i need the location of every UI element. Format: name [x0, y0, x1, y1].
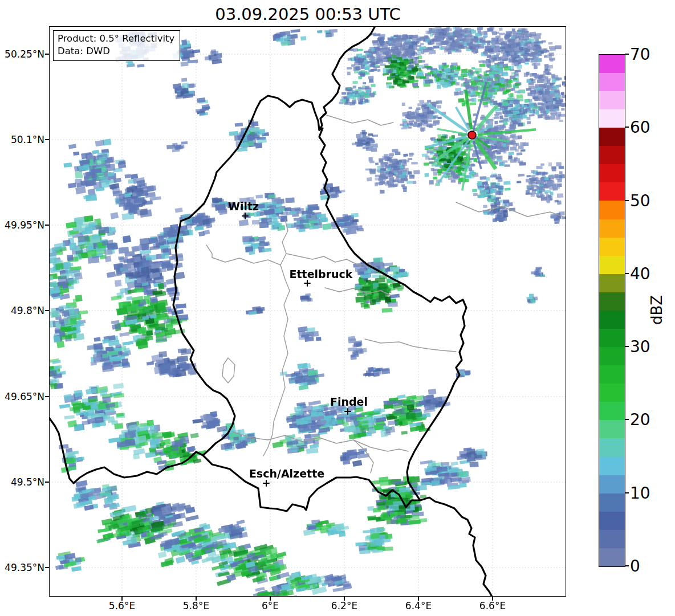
colorbar-tick-mark — [625, 54, 629, 55]
y-tick-mark — [45, 139, 49, 140]
x-tick-label: 5.6°E — [109, 600, 135, 611]
colorbar-segment — [599, 311, 625, 329]
city-label-ettelbruck: Ettelbruck — [290, 268, 353, 280]
y-tick-mark — [45, 567, 49, 568]
colorbar-tick-mark — [625, 419, 629, 420]
colorbar-tick-label: 40 — [630, 264, 650, 283]
x-tick-label: 6.4°E — [405, 600, 432, 611]
colorbar-segment — [599, 347, 625, 365]
colorbar-segment — [599, 475, 625, 493]
colorbar-segment — [599, 73, 625, 91]
y-tick-mark — [45, 482, 49, 483]
y-tick-mark — [45, 54, 49, 55]
colorbar-tick-label: 50 — [630, 191, 650, 210]
colorbar-tick-mark — [625, 492, 629, 493]
colorbar-segment — [599, 182, 625, 201]
colorbar-segment — [599, 219, 625, 238]
product-annotation-box: Product: 0.5° Reflectivity Data: DWD — [53, 30, 180, 61]
colorbar-segment — [599, 238, 625, 256]
colorbar-segment — [599, 493, 625, 512]
colorbar-segment — [599, 91, 625, 109]
colorbar-segment — [599, 274, 625, 292]
colorbar-tick-mark — [625, 200, 629, 201]
colorbar-segment — [599, 292, 625, 311]
y-tick-mark — [45, 225, 49, 226]
colorbar-segment — [599, 512, 625, 530]
x-tick-label: 6.2°E — [331, 600, 357, 611]
colorbar-tick-label: 30 — [630, 337, 650, 356]
x-tick-mark — [492, 597, 493, 601]
colorbar-segment — [599, 530, 625, 548]
y-tick-label: 49.35°N — [0, 562, 44, 573]
colorbar-segment — [599, 365, 625, 384]
colorbar-segment — [599, 457, 625, 475]
colorbar-segment — [599, 256, 625, 274]
y-tick-mark — [45, 396, 49, 397]
figure-title: 03.09.2025 00:53 UTC — [215, 5, 401, 24]
colorbar-tick-mark — [625, 346, 629, 347]
colorbar-segment — [599, 438, 625, 456]
y-tick-label: 50.1°N — [0, 134, 44, 145]
colorbar-segment — [599, 548, 625, 566]
y-tick-label: 50.25°N — [0, 48, 44, 60]
y-tick-label: 49.95°N — [0, 219, 44, 231]
plot-frame — [49, 26, 566, 597]
y-tick-label: 49.65°N — [0, 391, 44, 402]
x-tick-label: 6°E — [262, 600, 279, 611]
colorbar-tick-mark — [625, 127, 629, 128]
colorbar-tick-label: 60 — [630, 118, 650, 137]
colorbar-segment — [599, 164, 625, 182]
colorbar — [599, 54, 625, 567]
colorbar-segment — [599, 420, 625, 438]
city-label-wiltz: Wiltz — [228, 200, 259, 213]
y-tick-label: 49.8°N — [0, 305, 44, 316]
product-line: Product: 0.5° Reflectivity — [58, 32, 174, 45]
x-tick-label: 5.8°E — [183, 600, 209, 611]
colorbar-segment — [599, 402, 625, 420]
colorbar-segment — [599, 146, 625, 164]
colorbar-tick-label: 10 — [630, 483, 650, 502]
x-tick-mark — [270, 597, 271, 601]
colorbar-segment — [599, 384, 625, 402]
colorbar-tick-label: 0 — [630, 557, 640, 576]
weather-radar-figure: 03.09.2025 00:53 UTC Product: 0.5° Refle… — [0, 0, 675, 616]
colorbar-tick-mark — [625, 273, 629, 274]
colorbar-segment — [599, 201, 625, 219]
city-label-findel: Findel — [330, 395, 368, 408]
city-label-esch-alzette: Esch/Alzette — [249, 467, 324, 480]
colorbar-tick-label: 70 — [630, 45, 650, 64]
colorbar-tick-mark — [625, 565, 629, 566]
y-tick-label: 49.5°N — [0, 476, 44, 488]
x-tick-label: 6.6°E — [479, 600, 506, 611]
colorbar-tick-label: 20 — [630, 410, 650, 429]
x-tick-mark — [121, 597, 123, 601]
colorbar-segment — [599, 329, 625, 347]
colorbar-segment — [599, 109, 625, 128]
x-tick-mark — [344, 597, 345, 601]
colorbar-axis-label: dBZ — [648, 295, 665, 325]
y-tick-mark — [45, 310, 49, 311]
data-source-line: Data: DWD — [58, 45, 174, 58]
colorbar-segment — [599, 55, 625, 73]
x-tick-mark — [196, 597, 197, 601]
x-tick-mark — [418, 597, 419, 601]
colorbar-segment — [599, 128, 625, 146]
